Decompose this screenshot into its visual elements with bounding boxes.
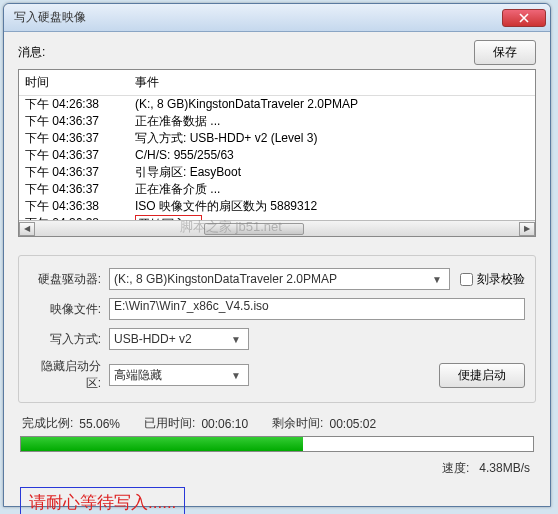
log-row[interactable]: 下午 04:36:37引导扇区: EasyBoot <box>25 164 529 181</box>
verify-check-input[interactable] <box>460 273 473 286</box>
done-label: 完成比例: <box>22 415 73 432</box>
log-header: 时间 事件 <box>19 70 535 96</box>
scroll-left-arrow-icon[interactable]: ◀ <box>19 222 35 236</box>
scroll-track[interactable] <box>35 222 519 236</box>
method-label: 写入方式: <box>29 331 109 348</box>
settings-group: 硬盘驱动器: (K:, 8 GB)KingstonDataTraveler 2.… <box>18 255 536 403</box>
log-time: 下午 04:36:37 <box>25 181 135 198</box>
hidden-combo[interactable]: 高端隐藏 ▼ <box>109 364 249 386</box>
image-label: 映像文件: <box>29 301 109 318</box>
log-time: 下午 04:36:37 <box>25 130 135 147</box>
log-row[interactable]: 下午 04:36:37正在准备数据 ... <box>25 113 529 130</box>
titlebar[interactable]: 写入硬盘映像 <box>4 4 550 32</box>
log-time: 下午 04:26:38 <box>25 96 135 113</box>
hidden-value: 高端隐藏 <box>114 367 228 384</box>
elapsed-label: 已用时间: <box>144 415 195 432</box>
speed-row: 速度: 4.38MB/s <box>18 456 536 481</box>
log-event: (K:, 8 GB)KingstonDataTraveler 2.0PMAP <box>135 96 529 113</box>
method-value: USB-HDD+ v2 <box>114 332 228 346</box>
log-row[interactable]: 下午 04:36:37正在准备介质 ... <box>25 181 529 198</box>
drive-label: 硬盘驱动器: <box>29 271 109 288</box>
method-combo[interactable]: USB-HDD+ v2 ▼ <box>109 328 249 350</box>
log-row[interactable]: 下午 04:36:37写入方式: USB-HDD+ v2 (Level 3) <box>25 130 529 147</box>
log-listbox[interactable]: 时间 事件 下午 04:26:38(K:, 8 GB)KingstonDataT… <box>18 69 536 237</box>
log-body: 下午 04:26:38(K:, 8 GB)KingstonDataTravele… <box>19 96 535 220</box>
progress-bar <box>20 436 534 452</box>
chevron-down-icon[interactable]: ▼ <box>429 274 445 285</box>
log-row[interactable]: 下午 04:36:37C/H/S: 955/255/63 <box>25 147 529 164</box>
window-title: 写入硬盘映像 <box>8 9 502 26</box>
log-event: 写入方式: USB-HDD+ v2 (Level 3) <box>135 130 529 147</box>
horizontal-scrollbar[interactable]: ◀ ▶ <box>19 220 535 236</box>
speed-value: 4.38MB/s <box>479 461 530 475</box>
col-event: 事件 <box>135 74 159 91</box>
log-event: 引导扇区: EasyBoot <box>135 164 529 181</box>
save-button[interactable]: 保存 <box>474 40 536 65</box>
scroll-right-arrow-icon[interactable]: ▶ <box>519 222 535 236</box>
log-event: 正在准备数据 ... <box>135 113 529 130</box>
log-event: 正在准备介质 ... <box>135 181 529 198</box>
log-event: ISO 映像文件的扇区数为 5889312 <box>135 198 529 215</box>
done-value: 55.06% <box>79 417 120 431</box>
content-area: 消息: 保存 时间 事件 下午 04:26:38(K:, 8 GB)Kingst… <box>4 32 550 514</box>
hidden-label: 隐藏启动分区: <box>29 358 109 392</box>
log-time: 下午 04:36:37 <box>25 113 135 130</box>
elapsed-value: 00:06:10 <box>201 417 248 431</box>
chevron-down-icon[interactable]: ▼ <box>228 370 244 381</box>
drive-combo[interactable]: (K:, 8 GB)KingstonDataTraveler 2.0PMAP ▼ <box>109 268 450 290</box>
speed-label: 速度: <box>442 461 469 475</box>
log-time: 下午 04:36:37 <box>25 164 135 181</box>
col-time: 时间 <box>25 74 135 91</box>
log-row[interactable]: 下午 04:36:38ISO 映像文件的扇区数为 5889312 <box>25 198 529 215</box>
image-path-field[interactable]: E:\Win7\Win7_x86c_V4.5.iso <box>109 298 525 320</box>
status-row: 完成比例: 55.06% 已用时间: 00:06:10 剩余时间: 00:05:… <box>18 415 536 432</box>
log-time: 下午 04:36:37 <box>25 147 135 164</box>
close-button[interactable] <box>502 9 546 27</box>
close-icon <box>519 13 529 23</box>
log-time: 下午 04:36:38 <box>25 198 135 215</box>
remain-label: 剩余时间: <box>272 415 323 432</box>
dialog-window: 写入硬盘映像 消息: 保存 时间 事件 下午 04:26:38(K:, 8 GB… <box>3 3 551 507</box>
scroll-thumb[interactable] <box>204 223 304 235</box>
quick-boot-button[interactable]: 便捷启动 <box>439 363 525 388</box>
drive-value: (K:, 8 GB)KingstonDataTraveler 2.0PMAP <box>114 272 429 286</box>
remain-value: 00:05:02 <box>329 417 376 431</box>
chevron-down-icon[interactable]: ▼ <box>228 334 244 345</box>
progress-fill <box>21 437 303 451</box>
info-label: 消息: <box>18 44 474 61</box>
log-event: C/H/S: 955/255/63 <box>135 147 529 164</box>
log-row[interactable]: 下午 04:26:38(K:, 8 GB)KingstonDataTravele… <box>25 96 529 113</box>
verify-label: 刻录校验 <box>477 271 525 288</box>
verify-checkbox[interactable]: 刻录校验 <box>460 271 525 288</box>
wait-message: 请耐心等待写入...... <box>20 487 185 514</box>
